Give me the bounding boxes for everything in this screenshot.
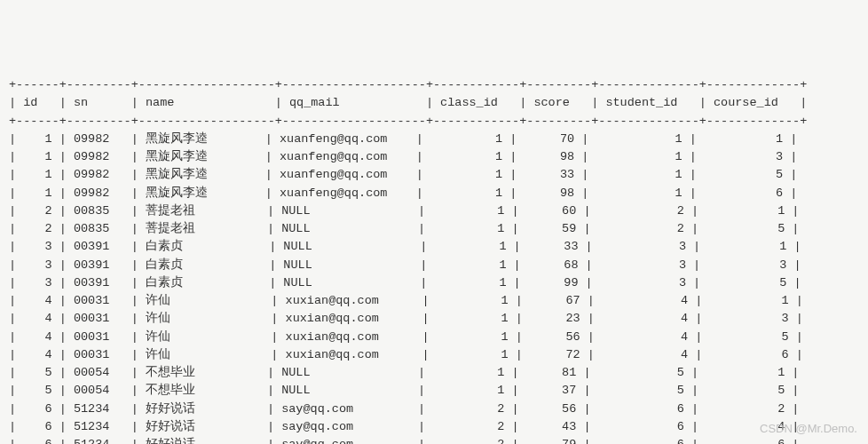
watermark: CSDN @Mr.Demo. (760, 420, 857, 438)
sql-result-table: +------+---------+-------------------+--… (9, 78, 807, 444)
